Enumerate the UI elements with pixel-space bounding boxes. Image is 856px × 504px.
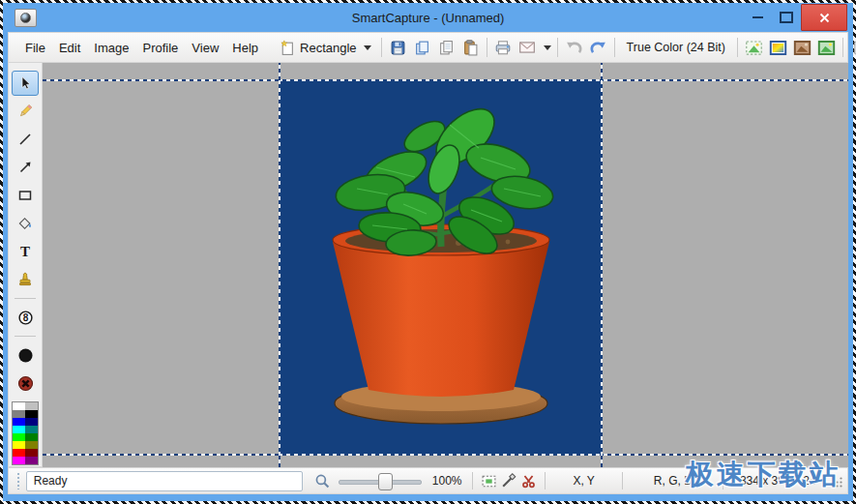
save-button[interactable] xyxy=(386,36,410,59)
color-swatch[interactable] xyxy=(13,426,25,433)
statusbar-separator xyxy=(472,472,473,489)
tool-fill[interactable] xyxy=(12,211,39,236)
color-swatch[interactable] xyxy=(13,402,25,410)
zoom-tool-button[interactable] xyxy=(312,473,333,489)
line-icon xyxy=(17,132,33,147)
chevron-down-icon xyxy=(364,45,371,50)
magnifier-icon xyxy=(314,473,331,489)
color-swatch[interactable] xyxy=(25,402,38,410)
undo-button[interactable] xyxy=(562,36,586,59)
color-swatch[interactable] xyxy=(13,410,25,418)
stamp-icon xyxy=(17,272,33,287)
cut-tool-button[interactable] xyxy=(518,473,539,489)
duplicate-button[interactable] xyxy=(410,36,434,59)
print-button[interactable] xyxy=(491,36,516,59)
text-icon: T xyxy=(17,244,33,259)
selection-mode-button[interactable] xyxy=(479,473,499,489)
color-swatch[interactable] xyxy=(13,418,25,426)
tool-select[interactable] xyxy=(12,71,39,96)
email-dropdown-button[interactable] xyxy=(540,36,553,59)
cursor-position-readout: X, Y xyxy=(551,474,617,488)
picker-icon xyxy=(500,473,517,489)
menu-image[interactable]: Image xyxy=(87,36,135,60)
maximize-button[interactable] xyxy=(772,7,801,28)
color-swatch[interactable] xyxy=(25,449,38,457)
arrow-icon xyxy=(17,160,33,175)
color-swatch[interactable] xyxy=(25,418,38,426)
color-adjust-icon xyxy=(769,39,787,57)
toolbar-separator xyxy=(381,38,382,57)
color-swatch[interactable] xyxy=(25,441,38,449)
resize-image-button[interactable] xyxy=(742,36,766,59)
tool-separator xyxy=(15,298,36,299)
foreground-color-well[interactable] xyxy=(12,342,39,368)
toolbar-separator xyxy=(737,38,738,57)
crop-image-button[interactable] xyxy=(814,36,839,59)
menu-profile[interactable]: Profile xyxy=(136,36,186,60)
color-swatch[interactable] xyxy=(13,449,25,457)
statusbar-grip[interactable] xyxy=(16,472,20,489)
paste-button[interactable] xyxy=(458,36,483,59)
captured-image-canvas[interactable] xyxy=(280,80,603,456)
color-swatch[interactable] xyxy=(25,433,38,441)
menu-toolbar: File Edit Image Profile View Help Rectan… xyxy=(8,32,848,63)
color-swatch[interactable] xyxy=(13,433,25,441)
close-button[interactable] xyxy=(801,4,847,31)
counter-badge-icon: 8 xyxy=(17,310,34,326)
scissors-icon xyxy=(520,473,537,489)
toolbar-separator xyxy=(487,38,487,57)
minimize-button[interactable] xyxy=(743,7,772,28)
selection-guide-left xyxy=(279,63,280,467)
menu-file[interactable]: File xyxy=(18,36,52,60)
app-icon[interactable] xyxy=(15,9,37,27)
menu-edit[interactable]: Edit xyxy=(52,36,87,60)
tool-text[interactable]: T xyxy=(12,239,39,264)
effects-button[interactable] xyxy=(790,36,814,59)
app-window: SmartCapture - (Unnamed) File Edit Image… xyxy=(3,3,853,501)
tool-line[interactable] xyxy=(12,127,39,152)
color-swatch[interactable] xyxy=(13,457,25,464)
site-watermark: 极速下载站 xyxy=(686,456,841,494)
zoom-slider-thumb[interactable] xyxy=(378,473,393,490)
color-swatch[interactable] xyxy=(25,457,38,464)
tool-rectangle[interactable] xyxy=(12,183,39,208)
selection-guide-top xyxy=(43,79,848,81)
tool-separator xyxy=(15,336,36,337)
picker-tool-button[interactable] xyxy=(499,473,519,489)
statusbar-separator xyxy=(545,472,546,489)
workspace[interactable] xyxy=(43,63,848,467)
paint-bucket-icon xyxy=(17,216,33,231)
color-adjust-button[interactable] xyxy=(766,36,790,59)
color-swatch[interactable] xyxy=(25,410,38,418)
color-swatch[interactable] xyxy=(13,441,25,449)
title-bar[interactable]: SmartCapture - (Unnamed) xyxy=(3,3,853,32)
selection-icon xyxy=(481,473,497,489)
tool-pencil[interactable] xyxy=(12,99,39,124)
tool-stamp[interactable] xyxy=(12,267,39,292)
window-controls xyxy=(743,4,847,31)
zoom-slider[interactable] xyxy=(339,473,422,489)
tool-palette: T 8 xyxy=(8,63,43,467)
copy-button[interactable] xyxy=(434,36,458,59)
image-info-button[interactable] xyxy=(847,36,856,59)
color-swatch[interactable] xyxy=(25,426,38,433)
status-message-box: Ready xyxy=(26,471,304,491)
color-circle-icon xyxy=(17,347,34,364)
color-depth-selector[interactable]: True Color (24 Bit) xyxy=(619,41,733,54)
capture-mode-button[interactable]: Rectangle xyxy=(273,37,377,59)
copy-icon xyxy=(438,40,455,56)
camera-lens-icon xyxy=(20,13,31,23)
tool-counter[interactable]: 8 xyxy=(12,305,39,330)
chevron-down-icon xyxy=(544,45,551,50)
duplicate-icon xyxy=(414,40,430,56)
new-capture-icon xyxy=(279,40,295,56)
main-area: T 8 xyxy=(8,63,848,467)
tool-arrow[interactable] xyxy=(12,155,39,180)
transparent-color-well[interactable] xyxy=(12,371,39,396)
no-color-icon xyxy=(17,375,34,392)
capture-mode-label: Rectangle xyxy=(300,41,357,55)
email-button[interactable] xyxy=(516,36,540,59)
menu-view[interactable]: View xyxy=(185,36,225,60)
menu-help[interactable]: Help xyxy=(225,36,265,60)
redo-button[interactable] xyxy=(586,36,610,59)
